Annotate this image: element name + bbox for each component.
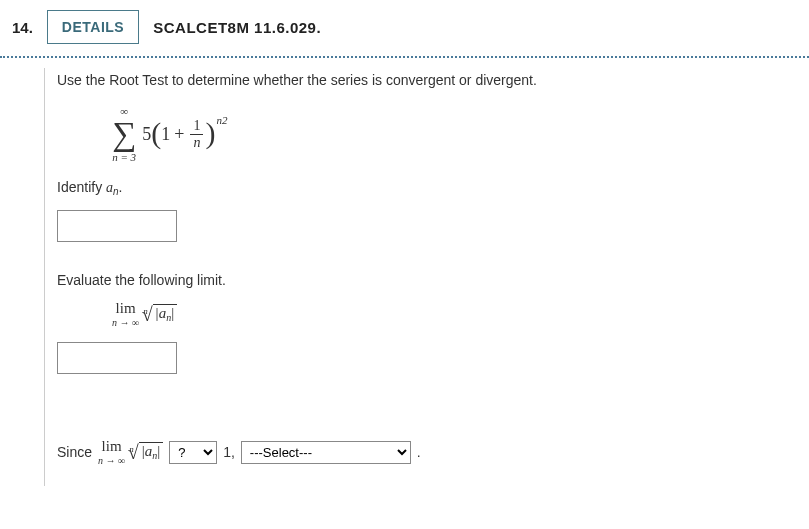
exponent: n2 bbox=[216, 114, 227, 126]
series-formula: ∞ ∑ n = 3 5 ( 1 + 1 n ) n2 bbox=[112, 102, 809, 163]
identify-prompt: Identify an. bbox=[57, 179, 809, 196]
lim-under: n → ∞ bbox=[112, 317, 139, 328]
question-number: 14. bbox=[12, 19, 33, 36]
coeff: 5 bbox=[142, 124, 151, 145]
compare-select[interactable]: ? bbox=[169, 441, 217, 464]
radicand: |an| bbox=[153, 304, 178, 322]
conclusion-row: Since lim n → ∞ n √ |an| ? 1, ---Select-… bbox=[57, 438, 809, 466]
lim-text-2: lim bbox=[102, 438, 122, 455]
term-plus: + bbox=[174, 124, 184, 145]
sigma-symbol: ∑ bbox=[112, 117, 136, 151]
sigma-lower: n = 3 bbox=[112, 151, 136, 163]
textbook-source: SCALCET8M 11.6.029. bbox=[153, 19, 321, 36]
question-body: Use the Root Test to determine whether t… bbox=[44, 68, 809, 486]
instruction-text: Use the Root Test to determine whether t… bbox=[57, 72, 809, 88]
since-text: Since bbox=[57, 444, 92, 460]
term-one: 1 bbox=[161, 124, 170, 145]
lim-text: lim bbox=[116, 300, 136, 317]
evaluate-prompt: Evaluate the following limit. bbox=[57, 272, 809, 288]
identify-answer-input[interactable] bbox=[57, 210, 177, 242]
root-index-2: n bbox=[129, 444, 134, 454]
frac-num: 1 bbox=[190, 118, 203, 134]
one-text: 1, bbox=[223, 444, 235, 460]
root-index: n bbox=[143, 306, 148, 316]
period: . bbox=[417, 444, 421, 460]
fraction: 1 n bbox=[190, 118, 203, 150]
lparen: ( bbox=[151, 118, 161, 148]
rparen: ) bbox=[205, 118, 215, 148]
radicand-2: |an| bbox=[139, 442, 164, 460]
frac-den: n bbox=[190, 135, 203, 150]
question-header: 14. DETAILS SCALCET8M 11.6.029. bbox=[0, 0, 809, 56]
limit-expression: lim n → ∞ n √ |an| bbox=[112, 300, 177, 328]
limit-answer-input[interactable] bbox=[57, 342, 177, 374]
header-divider bbox=[0, 56, 809, 58]
details-button[interactable]: DETAILS bbox=[47, 10, 139, 44]
result-select[interactable]: ---Select--- bbox=[241, 441, 411, 464]
lim-under-2: n → ∞ bbox=[98, 455, 125, 466]
